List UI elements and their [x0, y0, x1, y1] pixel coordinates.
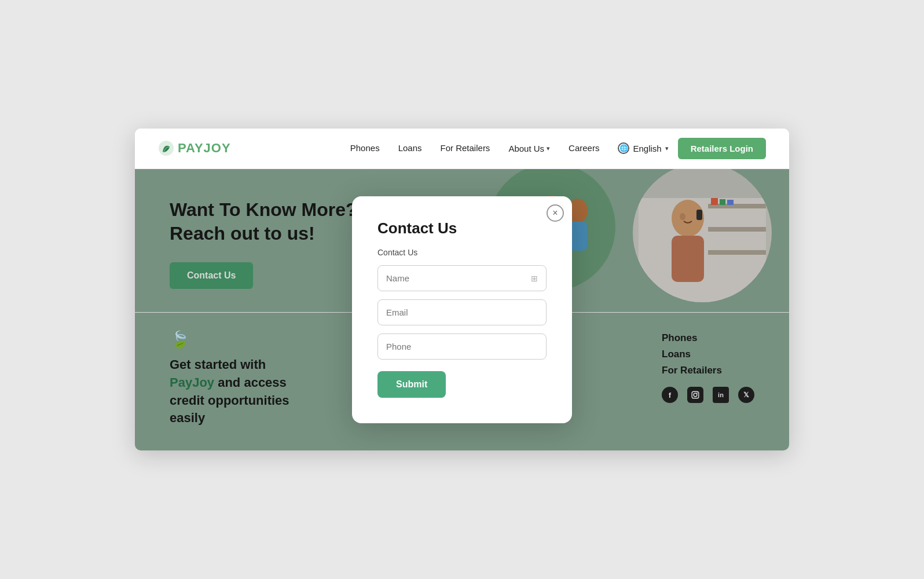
- logo[interactable]: PAYJOY: [158, 140, 231, 156]
- phone-input-wrapper: [377, 334, 547, 360]
- logo-text: PAYJOY: [178, 141, 231, 156]
- nav-about-us[interactable]: About Us ▾: [508, 144, 550, 153]
- email-input[interactable]: [386, 307, 538, 317]
- name-input-wrapper: ⊞: [377, 265, 547, 291]
- page-content: Want To Know More? Reach out to us! Cont…: [135, 169, 789, 450]
- contact-modal: × Contact Us Contact Us ⊞ Submit: [352, 196, 572, 423]
- name-input[interactable]: [386, 273, 531, 283]
- modal-subtitle: Contact Us: [377, 248, 547, 257]
- nav-careers[interactable]: Careers: [569, 143, 599, 153]
- modal-overlay: × Contact Us Contact Us ⊞ Submit: [135, 169, 789, 450]
- globe-icon: 🌐: [618, 142, 629, 154]
- nav-phones[interactable]: Phones: [350, 143, 380, 153]
- submit-button[interactable]: Submit: [377, 371, 446, 398]
- email-input-wrapper: [377, 299, 547, 325]
- modal-close-button[interactable]: ×: [547, 204, 564, 222]
- nav-right: 🌐 English ▾ Retailers Login: [618, 138, 766, 159]
- navbar: PAYJOY Phones Loans For Retailers About …: [135, 129, 789, 169]
- name-field-icon: ⊞: [531, 274, 538, 283]
- lang-chevron-icon: ▾: [665, 145, 669, 152]
- language-button[interactable]: 🌐 English ▾: [618, 142, 668, 154]
- retailers-login-button[interactable]: Retailers Login: [678, 138, 766, 159]
- chevron-down-icon: ▾: [547, 145, 550, 152]
- nav-links: Phones Loans For Retailers About Us ▾ Ca…: [350, 143, 600, 153]
- modal-title: Contact Us: [377, 219, 547, 237]
- payjoy-logo-icon: [158, 140, 174, 156]
- nav-loans[interactable]: Loans: [398, 143, 422, 153]
- phone-input[interactable]: [386, 342, 538, 351]
- nav-for-retailers[interactable]: For Retailers: [441, 143, 490, 153]
